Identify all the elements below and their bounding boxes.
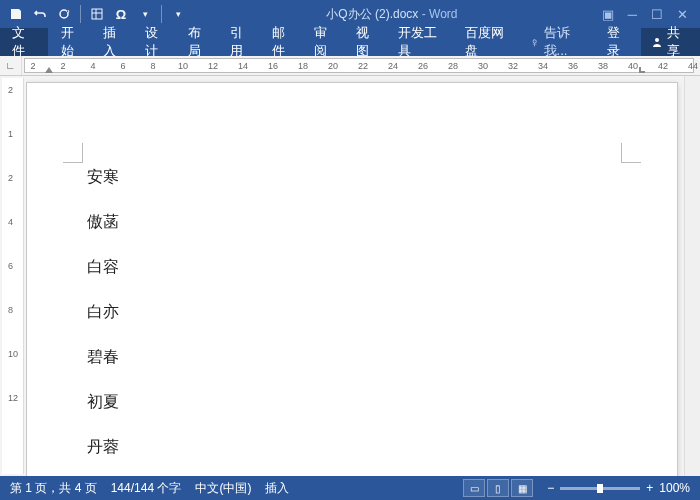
login-button[interactable]: 登录	[597, 28, 641, 56]
share-label: 共享	[667, 24, 690, 60]
page-scroll[interactable]: 安寒傲菡白容白亦碧春初夏丹蓉	[26, 76, 684, 476]
tell-me-label: 告诉我...	[544, 24, 589, 60]
svg-rect-1	[92, 9, 102, 19]
status-page[interactable]: 第 1 页，共 4 页	[10, 480, 97, 497]
tab-mailings[interactable]: 邮件	[263, 28, 305, 56]
share-icon	[651, 36, 663, 48]
text-line[interactable]: 初夏	[87, 392, 617, 413]
tab-layout[interactable]: 布局	[179, 28, 221, 56]
tab-developer[interactable]: 开发工具	[389, 28, 455, 56]
text-line[interactable]: 白容	[87, 257, 617, 278]
calc-icon[interactable]	[89, 6, 105, 22]
zoom-thumb[interactable]	[597, 484, 603, 493]
text-line[interactable]: 白亦	[87, 302, 617, 323]
horizontal-ruler[interactable]: 2246810121416182022242628303234363840424…	[24, 58, 694, 73]
tab-references[interactable]: 引用	[221, 28, 263, 56]
ruler-tick: 40	[628, 61, 638, 71]
ruler-tick: 2	[60, 61, 65, 71]
ruler-tick: 36	[568, 61, 578, 71]
ruler-tick: 2	[30, 61, 35, 71]
ruler-tick: 12	[208, 61, 218, 71]
margin-corner-tr	[621, 143, 641, 163]
vertical-ruler[interactable]: 2124681012	[2, 78, 24, 474]
ruler-tick: 26	[418, 61, 428, 71]
lightbulb-icon: ♀	[530, 35, 540, 50]
share-button[interactable]: 共享	[641, 28, 700, 56]
vruler-tick: 4	[8, 217, 13, 227]
ruler-tick: 42	[658, 61, 668, 71]
undo-icon[interactable]	[32, 6, 48, 22]
zoom-value[interactable]: 100%	[659, 481, 690, 495]
close-icon[interactable]: ✕	[677, 7, 688, 22]
window-title: 小Q办公 (2).docx - Word	[194, 6, 590, 23]
view-read-icon[interactable]: ▭	[463, 479, 485, 497]
tab-view[interactable]: 视图	[347, 28, 389, 56]
indent-marker[interactable]	[45, 67, 53, 73]
tab-review[interactable]: 审阅	[305, 28, 347, 56]
minimize-icon[interactable]: ─	[628, 7, 637, 22]
ruler-tick: 18	[298, 61, 308, 71]
text-line[interactable]: 碧春	[87, 347, 617, 368]
ruler-tick: 32	[508, 61, 518, 71]
status-lang[interactable]: 中文(中国)	[195, 480, 251, 497]
vruler-tick: 12	[8, 393, 18, 403]
maximize-icon[interactable]: ☐	[651, 7, 663, 22]
document-content[interactable]: 安寒傲菡白容白亦碧春初夏丹蓉	[87, 167, 617, 458]
page[interactable]: 安寒傲菡白容白亦碧春初夏丹蓉	[26, 82, 678, 476]
margin-corner-tl	[63, 143, 83, 163]
document-name: 小Q办公 (2).docx	[326, 7, 418, 21]
app-name: Word	[429, 7, 457, 21]
qat-more-icon[interactable]: ▾	[170, 6, 186, 22]
zoom-in-icon[interactable]: +	[646, 481, 653, 495]
text-line[interactable]: 丹蓉	[87, 437, 617, 458]
tab-home[interactable]: 开始	[52, 28, 94, 56]
ruler-tick: 38	[598, 61, 608, 71]
tab-baidu[interactable]: 百度网盘	[456, 28, 522, 56]
redo-icon[interactable]	[56, 6, 72, 22]
right-margin-marker[interactable]	[639, 67, 645, 73]
zoom-control: − + 100%	[547, 481, 690, 495]
separator	[80, 5, 81, 23]
tell-me[interactable]: ♀ 告诉我...	[522, 24, 597, 60]
view-web-icon[interactable]: ▦	[511, 479, 533, 497]
vruler-tick: 2	[8, 85, 13, 95]
ruler-tick: 8	[150, 61, 155, 71]
tab-file[interactable]: 文件	[0, 28, 48, 56]
ruler-tick: 30	[478, 61, 488, 71]
ruler-tick: 22	[358, 61, 368, 71]
vruler-tick: 10	[8, 349, 18, 359]
tab-design[interactable]: 设计	[136, 28, 178, 56]
text-line[interactable]: 安寒	[87, 167, 617, 188]
zoom-out-icon[interactable]: −	[547, 481, 554, 495]
vertical-scrollbar[interactable]	[684, 76, 700, 476]
status-words[interactable]: 144/144 个字	[111, 480, 182, 497]
separator	[161, 5, 162, 23]
ruler-tick: 16	[268, 61, 278, 71]
ruler-tick: 6	[120, 61, 125, 71]
ribbon-options-icon[interactable]: ▣	[602, 7, 614, 22]
ruler-tick: 34	[538, 61, 548, 71]
view-buttons: ▭ ▯ ▦	[463, 479, 533, 497]
document-area: 2124681012 安寒傲菡白容白亦碧春初夏丹蓉	[0, 76, 700, 476]
vruler-tick: 1	[8, 129, 13, 139]
statusbar: 第 1 页，共 4 页 144/144 个字 中文(中国) 插入 ▭ ▯ ▦ −…	[0, 476, 700, 500]
ruler-tick: 44	[688, 61, 698, 71]
ruler-tick: 10	[178, 61, 188, 71]
zoom-slider[interactable]	[560, 487, 640, 490]
save-icon[interactable]	[8, 6, 24, 22]
ruler-tick: 4	[90, 61, 95, 71]
ruler-corner: ∟	[0, 56, 22, 75]
ruler-tick: 20	[328, 61, 338, 71]
status-mode[interactable]: 插入	[265, 480, 289, 497]
vruler-tick: 6	[8, 261, 13, 271]
vruler-tick: 8	[8, 305, 13, 315]
window-controls: ▣ ─ ☐ ✕	[590, 7, 700, 22]
svg-point-0	[60, 10, 68, 18]
view-print-icon[interactable]: ▯	[487, 479, 509, 497]
tab-insert[interactable]: 插入	[94, 28, 136, 56]
vruler-tick: 2	[8, 173, 13, 183]
horizontal-ruler-row: ∟ 22468101214161820222426283032343638404…	[0, 56, 700, 76]
omega-icon[interactable]: Ω	[113, 6, 129, 22]
text-line[interactable]: 傲菡	[87, 212, 617, 233]
qat-dropdown-icon[interactable]: ▾	[137, 6, 153, 22]
